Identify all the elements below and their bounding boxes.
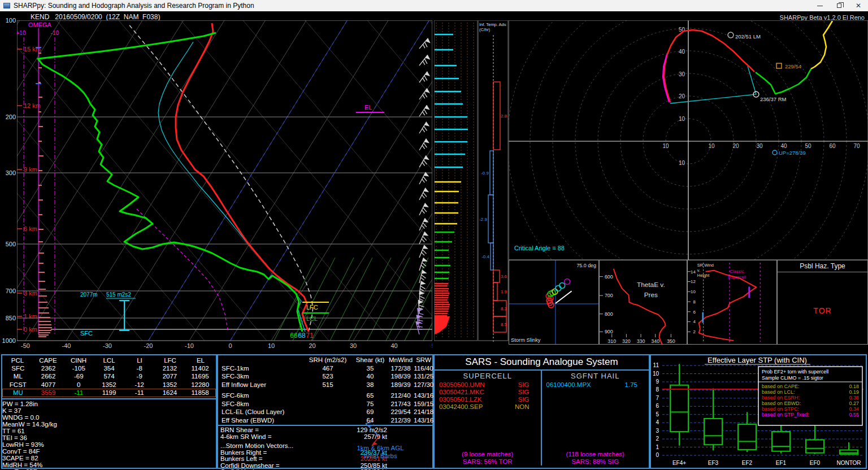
sars-match-row[interactable]: 03050500.UMNSIG [435, 381, 541, 389]
sars-hail-result: SARS: 88% SIG [542, 458, 649, 465]
slinky-circle [555, 285, 561, 291]
parcel-trace [128, 23, 313, 332]
pressure-tick: 1000 [1, 338, 16, 344]
dry-adiabat [181, 20, 432, 341]
sr-wind-inset[interactable]: 1412108642SR Windv.HeightClassicSupercel… [687, 260, 777, 345]
restore-button[interactable] [830, 0, 849, 11]
sr-wind-curve [699, 271, 757, 341]
isotherm [17, 20, 20, 341]
parcel-row[interactable]: MU3559-111199-11162411858 [2, 389, 216, 397]
thermo-value: ConvT = 84F [2, 448, 216, 455]
x-tick-label: 320 [622, 338, 631, 344]
ring-label: 20 [679, 93, 685, 99]
thetae-curve [614, 269, 666, 345]
parcel-cell: FCST [3, 381, 33, 389]
kin-cell [303, 393, 353, 399]
legend-label: based on ESRH: [762, 395, 800, 401]
kin-cell [303, 409, 353, 416]
sars-supercell-result: SARS: 56% TOR [435, 458, 541, 465]
y-tick-label: 900 [605, 329, 613, 334]
legend-title: Sample CLIMO = .15 sigtor [762, 375, 823, 381]
parcel-cell: 1624 [155, 389, 185, 397]
legend-value: 0.18 [849, 384, 859, 389]
motion-marker [776, 63, 782, 68]
dry-adiabat [17, 20, 267, 341]
kin-cell: 212/39 [388, 417, 414, 424]
kin-cell: 143/16 [414, 417, 433, 424]
parcel-cell: SFC [3, 365, 33, 372]
sars-panel: SARS - Sounding Analogue System SUPERCEL… [433, 354, 650, 469]
kin-cell: Eff Shear (EBWD) [219, 417, 303, 424]
parcel-cell: 1199 [94, 389, 124, 397]
mixing-ratio-line [311, 258, 354, 341]
temp-axis-label: -30 [103, 342, 112, 349]
sars-match-row[interactable]: 03050501.LZKSIG [435, 396, 541, 403]
y-tick-label: 5 [656, 411, 659, 417]
advection-value: 3.6 [501, 274, 507, 279]
parcel-col-header: LCL [94, 357, 124, 364]
parcel-row[interactable]: FCST407701352-12135212280 [2, 381, 216, 389]
classic-supercell-label: Supercell [727, 275, 746, 280]
parcel-row[interactable]: SFC2362-105354-8213211402 [2, 364, 216, 373]
thermo-value: TT = 61 [2, 428, 216, 434]
y-tick-label: 11 [653, 362, 659, 368]
skewt-plot[interactable]: OMEGA+10-1015 km12 km9 km6 km3 km1 km0 k… [17, 20, 432, 350]
pressure-tick: 700 [1, 288, 16, 294]
slinky-title: Storm Slinky [511, 337, 541, 343]
parcel-cell: 11858 [185, 389, 215, 397]
sars-match-row[interactable]: 03042400.SEPNON [435, 403, 541, 411]
sars-match-name: 03050500.UMN [439, 381, 485, 389]
sars-match-type: NON [515, 403, 530, 411]
advection-value: 8.5 [501, 322, 507, 327]
parcel-col-header: EL [185, 357, 216, 364]
parcel-cell: -12 [124, 381, 155, 389]
thetae-pres-inset[interactable]: ThetaE v.Pres600700800900310320330340350 [599, 260, 687, 345]
motion-marker [772, 150, 777, 155]
minimize-button[interactable] [810, 0, 830, 11]
storm-slinky-inset[interactable]: 75.0 degStorm Slinky [509, 260, 599, 345]
temp-axis-label: -10 [185, 342, 194, 349]
height-label: 6 km [24, 225, 37, 232]
kin-cell: 189/39 [388, 382, 414, 389]
wind-barb [418, 299, 424, 314]
kin-cell [303, 401, 353, 408]
dry-adiabat [243, 20, 432, 341]
parcel-row[interactable]: ML2662-69574-9207711695 [2, 372, 216, 381]
parcel-cell: 12280 [185, 381, 215, 389]
isotherm [17, 20, 184, 341]
legend-value: 0.27 [849, 401, 859, 406]
parcel-cell: ML [3, 373, 33, 380]
pressure-tick: 500 [1, 241, 16, 247]
kin-cell: 515 [303, 382, 353, 389]
temp-axis-label: -50 [21, 342, 30, 349]
close-button[interactable]: ✕ [849, 0, 868, 11]
kin-cell: 523 [303, 373, 353, 380]
parcel-cell: 1352 [155, 381, 185, 389]
parcel-cell: 0 [63, 381, 94, 389]
kin-cell: 467 [303, 365, 353, 372]
level-label: LCL [306, 315, 318, 322]
temp-axis-label: 30 [350, 342, 357, 349]
legend-label: based on CAPE: [762, 384, 800, 389]
kin-cell: 198/39 [388, 373, 414, 380]
y-tick-label: 3 [656, 428, 659, 434]
parcel-cell: 11695 [185, 373, 215, 380]
hazard-value: TOR [778, 306, 867, 315]
hazard-type-inset[interactable]: Psbl Haz. Type TOR [777, 260, 868, 345]
temp-axis-label: 40 [390, 342, 397, 349]
sars-match-row[interactable]: 03050421.MKCSIG [435, 389, 541, 396]
ef-category-label: EF2 [742, 460, 753, 466]
temp-axis-label: 0 [228, 342, 232, 349]
sars-title: SARS - Sounding Analogue System [435, 355, 649, 371]
sars-match-row[interactable]: 06100400.MPX1.75 [542, 381, 649, 389]
hodograph[interactable]: 1010203040506070504030201010202/51 LM236… [509, 20, 868, 260]
sr-wind-title: Height [697, 273, 709, 278]
sfc-label: SFC [80, 330, 93, 337]
sars-match-type: SIG [518, 389, 530, 396]
parcel-col-header: LI [124, 357, 155, 364]
wind-barb [419, 55, 432, 68]
thermo-panel: PCLCAPECINHLCLLILFCELSFC2362-105354-8213… [1, 354, 217, 469]
x-tick-label: 350 [667, 338, 675, 344]
wind-speed-profile[interactable] [434, 20, 478, 350]
slinky-circle [559, 282, 565, 288]
